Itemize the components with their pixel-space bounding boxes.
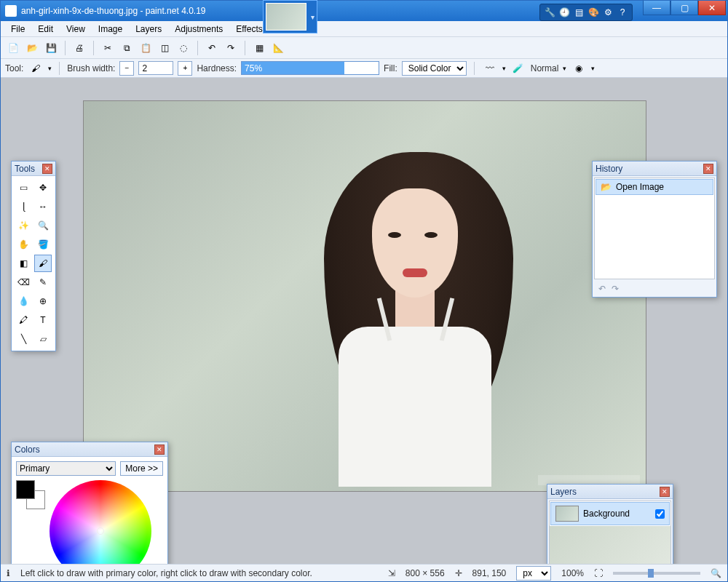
brush-width-input[interactable] xyxy=(138,61,173,75)
tool-clone-stamp[interactable]: ⊕ xyxy=(34,292,52,310)
deselect-icon[interactable]: ◌ xyxy=(175,40,191,56)
colors-panel-close[interactable]: ✕ xyxy=(154,445,165,455)
ruler-icon[interactable]: 📐 xyxy=(270,40,286,56)
fill-label: Fill: xyxy=(384,63,397,73)
brush-width-decrease[interactable]: − xyxy=(119,61,134,76)
tool-move-pixels[interactable]: ↔ xyxy=(34,198,52,215)
workspace: Tools ✕ ▭ ✥ ɭ ↔ ✨ 🔍 ✋ 🪣 ◧ 🖌 ⌫ ✎ 💧 ⊕ 🖍 T xyxy=(1,78,727,564)
color-mode-select[interactable]: Primary xyxy=(16,461,116,476)
tool-current-icon[interactable]: 🖌 xyxy=(28,60,44,76)
menu-adjustments[interactable]: Adjustments xyxy=(169,23,229,36)
tool-gradient[interactable]: ◧ xyxy=(15,255,32,272)
tools-panel-close[interactable]: ✕ xyxy=(42,164,52,174)
color-swatches[interactable] xyxy=(16,480,45,509)
tool-shapes[interactable]: ▱ xyxy=(34,330,52,348)
tool-zoom[interactable]: 🔍 xyxy=(34,217,52,234)
canvas[interactable] xyxy=(84,101,646,491)
zoom-slider[interactable] xyxy=(613,572,700,575)
cut-icon[interactable]: ✂ xyxy=(100,40,116,56)
overwrite-dropdown-icon[interactable]: ▾ xyxy=(591,65,595,72)
history-undo-icon[interactable]: ↶ xyxy=(598,284,606,294)
color-wheel[interactable] xyxy=(50,480,151,564)
tool-recolor[interactable]: 🖍 xyxy=(15,311,32,329)
layers-window-icon[interactable]: ▤ xyxy=(572,6,585,19)
print-icon[interactable]: 🖨 xyxy=(71,40,87,56)
history-redo-icon[interactable]: ↷ xyxy=(612,284,619,294)
redo-icon[interactable]: ↷ xyxy=(223,40,239,56)
colors-more-button[interactable]: More >> xyxy=(120,461,163,476)
aa-dropdown-icon[interactable]: ▾ xyxy=(502,65,506,72)
layer-visible-checkbox[interactable] xyxy=(655,509,665,519)
menu-image[interactable]: Image xyxy=(92,23,128,36)
antialias-icon[interactable]: 〰 xyxy=(482,60,498,76)
minimize-button[interactable]: — xyxy=(643,1,670,15)
document-thumbnails[interactable]: ▾ xyxy=(263,0,317,33)
document-thumb[interactable] xyxy=(266,3,306,31)
colors-panel-title: Colors xyxy=(15,445,151,455)
tool-paintbrush[interactable]: 🖌 xyxy=(34,255,52,272)
grid-icon[interactable]: ▦ xyxy=(251,40,267,56)
cursor-icon: ✛ xyxy=(455,568,462,578)
menu-edit[interactable]: Edit xyxy=(32,23,59,36)
close-button[interactable]: ✕ xyxy=(698,1,726,15)
tool-pan[interactable]: ✋ xyxy=(15,236,32,253)
settings-icon[interactable]: ⚙ xyxy=(601,6,614,19)
tool-lasso[interactable]: ɭ xyxy=(15,198,32,215)
new-icon[interactable]: 📄 xyxy=(5,40,21,56)
layer-thumb xyxy=(555,506,579,522)
image-content xyxy=(302,123,506,472)
tool-text[interactable]: T xyxy=(34,311,52,329)
tool-magic-wand[interactable]: ✨ xyxy=(15,217,32,234)
menu-file[interactable]: File xyxy=(5,23,31,36)
primary-color-swatch[interactable] xyxy=(16,480,35,499)
open-icon[interactable]: 📂 xyxy=(24,40,40,56)
hint-icon: ℹ xyxy=(7,568,10,578)
overwrite-icon[interactable]: ◉ xyxy=(571,60,587,76)
tool-fill[interactable]: 🪣 xyxy=(34,236,52,253)
colors-panel: Colors ✕ Primary More >> ▪ 📁▾ xyxy=(11,442,168,564)
hardness-slider[interactable]: 75% xyxy=(241,61,379,75)
tool-move-selection[interactable]: ✥ xyxy=(34,179,52,196)
tool-pencil[interactable]: ✎ xyxy=(34,274,52,291)
blend-icon[interactable]: 🧪 xyxy=(510,60,526,76)
layer-item[interactable]: Background xyxy=(550,502,670,525)
copy-icon[interactable]: ⧉ xyxy=(119,40,135,56)
app-icon xyxy=(5,5,17,17)
statusbar: ℹ Left click to draw with primary color,… xyxy=(1,564,727,581)
status-hint: Left click to draw with primary color, r… xyxy=(20,568,312,578)
units-select[interactable]: px xyxy=(516,566,551,581)
history-panel-close[interactable]: ✕ xyxy=(703,164,713,174)
menu-layers[interactable]: Layers xyxy=(130,23,167,36)
undo-icon[interactable]: ↶ xyxy=(204,40,220,56)
open-image-icon: 📂 xyxy=(601,182,612,192)
colors-window-icon[interactable]: 🎨 xyxy=(587,6,600,19)
blend-dropdown-icon[interactable]: ▾ xyxy=(563,65,566,72)
history-item[interactable]: 📂 Open Image xyxy=(596,179,713,195)
layers-panel-title: Layers xyxy=(550,487,657,497)
brush-width-increase[interactable]: + xyxy=(178,61,192,76)
zoom-in-icon[interactable]: 🔍 xyxy=(711,568,721,578)
help-icon[interactable]: ? xyxy=(616,6,629,19)
tool-line[interactable]: ╲ xyxy=(15,330,32,348)
layers-empty-area xyxy=(550,526,670,564)
history-window-icon[interactable]: 🕘 xyxy=(558,6,571,19)
history-panel-title: History xyxy=(596,164,700,174)
zoom-fit-icon[interactable]: ⛶ xyxy=(594,568,603,578)
tool-eraser[interactable]: ⌫ xyxy=(15,274,32,291)
fill-select[interactable]: Solid Color xyxy=(402,61,467,76)
main-toolbar: 📄 📂 💾 🖨 ✂ ⧉ 📋 ◫ ◌ ↶ ↷ ▦ 📐 xyxy=(1,37,727,59)
tool-rect-select[interactable]: ▭ xyxy=(15,179,32,196)
save-icon[interactable]: 💾 xyxy=(43,40,59,56)
paste-icon[interactable]: 📋 xyxy=(138,40,154,56)
thumb-dropdown-icon[interactable]: ▾ xyxy=(311,13,314,21)
maximize-button[interactable]: ▢ xyxy=(670,1,698,15)
blend-label: Normal xyxy=(531,63,559,73)
crop-icon[interactable]: ◫ xyxy=(157,40,173,56)
status-zoom: 100% xyxy=(561,568,584,578)
menu-view[interactable]: View xyxy=(60,23,91,36)
tool-color-picker[interactable]: 💧 xyxy=(15,292,32,310)
tool-options-bar: Tool: 🖌 ▾ Brush width: − + Hardness: 75%… xyxy=(1,59,727,78)
tool-dropdown-icon[interactable]: ▾ xyxy=(48,65,52,72)
layers-panel-close[interactable]: ✕ xyxy=(660,487,670,497)
tools-window-icon[interactable]: 🔧 xyxy=(543,6,556,19)
